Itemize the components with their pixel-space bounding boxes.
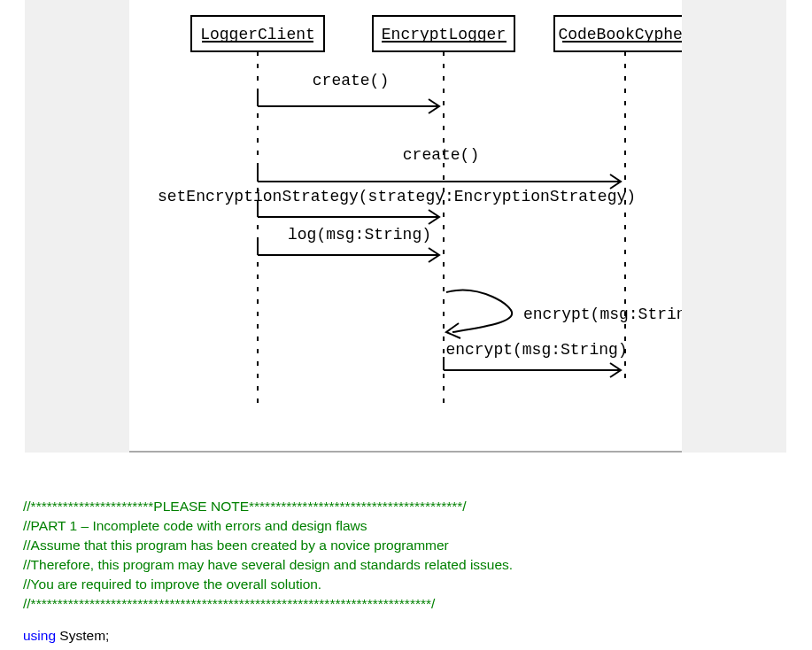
msg-label-log: log(msg:String) bbox=[288, 226, 431, 244]
code-comment-line: //Therefore, this program may have sever… bbox=[23, 555, 812, 575]
msg-label-create2: create() bbox=[403, 146, 479, 164]
code-comment-line: //**************************************… bbox=[23, 594, 812, 614]
msg-label-selfencrypt: encrypt(msg:String) bbox=[523, 306, 682, 323]
code-notes: //***********************PLEASE NOTE****… bbox=[0, 453, 812, 646]
code-comment-line: //PART 1 – Incomplete code with errors a… bbox=[23, 516, 812, 536]
diagram-panel: LoggerClient EncryptLogger CodeBookCyphe… bbox=[25, 0, 786, 453]
code-namespace-system: System; bbox=[56, 628, 109, 643]
msg-label-encrypt: encrypt(msg:String) bbox=[445, 341, 627, 359]
sequence-diagram-svg: LoggerClient EncryptLogger CodeBookCyphe… bbox=[129, 0, 682, 453]
code-comment-line: //You are required to improve the overal… bbox=[23, 575, 812, 594]
msg-label-setstrategy: setEncryptionStrategy(strategy:Encryptio… bbox=[158, 188, 636, 205]
msg-label-create1: create() bbox=[313, 72, 389, 89]
code-keyword-using: using bbox=[23, 628, 56, 643]
code-comment-line: //Assume that this program has been crea… bbox=[23, 536, 812, 555]
page-root: LoggerClient EncryptLogger CodeBookCyphe… bbox=[0, 0, 812, 646]
code-using-line: using System; bbox=[23, 626, 812, 646]
code-comment-line: //***********************PLEASE NOTE****… bbox=[23, 497, 812, 516]
sequence-diagram: LoggerClient EncryptLogger CodeBookCyphe… bbox=[129, 0, 682, 453]
